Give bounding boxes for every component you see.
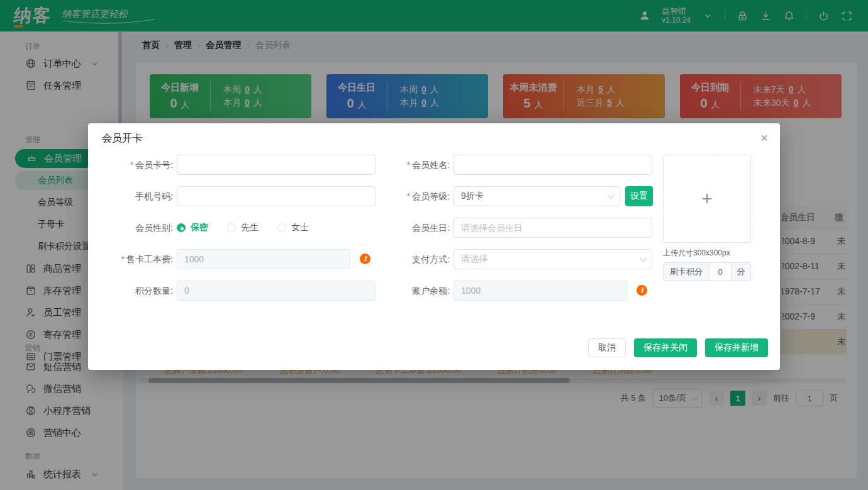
radio-label: 保密 [191, 222, 208, 233]
required-asterisk: * [130, 160, 133, 170]
member-card-modal: 会员开卡 × *会员卡号: *会员姓名: 手机号码: *会员等级: 9折卡 设置… [88, 123, 780, 370]
label-phone: 手机号码: [101, 186, 173, 206]
save-and-new-button[interactable]: 保存并新增 [705, 338, 768, 357]
swipe-points-label: 刷卡积分 [664, 263, 709, 281]
card-fee-input [177, 249, 350, 269]
label-name: *会员姓名: [377, 155, 450, 175]
gender-radio-group: 保密 先生 女士 [177, 218, 309, 238]
upload-size-hint: 上传尺寸300x300px [663, 248, 730, 259]
radio-label: 女士 [291, 222, 309, 233]
pay-method-placeholder: 请选择 [461, 253, 487, 265]
label-points: 积分数量: [101, 281, 173, 301]
plus-icon: + [701, 189, 713, 208]
level-value: 9折卡 [461, 191, 484, 202]
close-icon[interactable]: × [757, 131, 771, 145]
info-icon[interactable]: i [360, 253, 370, 264]
level-setting-button[interactable]: 设置 [625, 186, 653, 206]
label-gender: 会员性别: [101, 218, 173, 238]
chevron-down-icon [608, 192, 615, 199]
radio-icon [177, 223, 186, 232]
radio-icon [277, 223, 286, 232]
phone-input[interactable] [177, 186, 376, 206]
label-card-fee: *售卡工本费: [101, 249, 173, 269]
swipe-points-value[interactable]: 0 [709, 263, 731, 281]
card-no-input[interactable] [177, 155, 376, 175]
cancel-button[interactable]: 取消 [588, 338, 626, 357]
radio-icon [227, 223, 236, 232]
modal-title: 会员开卡 [102, 132, 142, 145]
radio-label: 先生 [241, 222, 259, 233]
member-level-select[interactable]: 9折卡 [453, 186, 620, 206]
required-asterisk: * [121, 254, 125, 264]
label-birthday: 会员生日: [377, 218, 450, 238]
swipe-points-unit: 分 [731, 263, 750, 281]
pay-method-select[interactable]: 请选择 [453, 249, 652, 269]
swipe-points-group: 刷卡积分 0 分 [663, 262, 751, 281]
radio-lady[interactable]: 女士 [277, 222, 309, 233]
radio-secret[interactable]: 保密 [177, 222, 208, 233]
modal-footer: 取消 保存并关闭 保存并新增 [88, 338, 768, 357]
label-card-no: *会员卡号: [101, 155, 173, 175]
save-and-close-button[interactable]: 保存并关闭 [634, 338, 697, 357]
birthday-input[interactable] [453, 218, 652, 238]
info-icon[interactable]: i [637, 285, 647, 296]
screen: 纳客 纳客管店更轻松 益智馆 v1.10.24 [0, 0, 868, 490]
radio-mister[interactable]: 先生 [227, 222, 259, 233]
chevron-down-icon [640, 255, 647, 262]
required-asterisk: * [407, 191, 410, 201]
label-pay-method: 支付方式: [377, 249, 450, 269]
points-input [177, 281, 376, 301]
photo-upload-box[interactable]: + [663, 155, 751, 243]
balance-input [453, 281, 627, 301]
required-asterisk: * [407, 160, 410, 170]
label-balance: 账户余额: [377, 281, 450, 301]
member-name-input[interactable] [453, 155, 652, 175]
label-level: *会员等级: [377, 186, 450, 206]
